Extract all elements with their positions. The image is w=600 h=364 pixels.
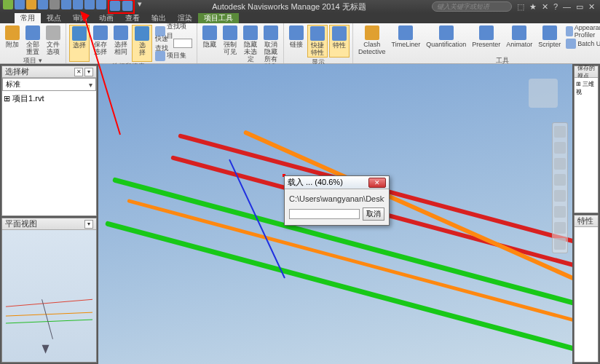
properties-button[interactable]: 特性 [329, 25, 350, 58]
qat-dropdown-icon[interactable]: ▾ [136, 0, 143, 14]
props-body[interactable] [575, 227, 598, 362]
load-dialog: 载入 ... (40.6%) ✕ C:\Users\wangyanan\Desk… [284, 175, 390, 226]
tab-viewpoint[interactable]: 视点 [41, 13, 67, 23]
plan-svg [2, 230, 96, 362]
scripter-button[interactable]: Scripter [536, 25, 563, 56]
viewcube[interactable] [529, 79, 558, 108]
ribbon-group-tools: Clash Detective TimeLiner Quantification… [353, 23, 600, 63]
plan-view-panel: 平面视图 ▾ [1, 218, 97, 363]
animator-button[interactable]: Animator [504, 25, 534, 56]
dialog-path-text: C:\Users\wangyanan\Desktop\项目1.rvt [289, 194, 384, 205]
quick-find-input[interactable]: 快速查找 [154, 37, 194, 50]
selection-tree-panel: 选择树 ✕ ▾ 标准 ⊞ 项目1.rvt [1, 66, 97, 216]
close-button[interactable]: ✕ [586, 2, 597, 12]
panel-header: 保存的视点 [575, 66, 598, 78]
tree-item[interactable]: ⊞ 项目1.rvt [4, 92, 95, 105]
qat-open-icon[interactable] [26, 0, 36, 9]
nav-camera-icon[interactable] [554, 238, 566, 250]
quick-props-button[interactable]: 快捷 特性 [307, 25, 328, 58]
sys-icon[interactable]: ✕ [540, 2, 550, 12]
panel-title: 平面视图 [5, 218, 37, 229]
nav-wheel-icon[interactable] [554, 126, 566, 138]
minimize-button[interactable]: — [561, 2, 573, 12]
panel-header: 平面视图 ▾ [2, 218, 96, 230]
nav-zoom-icon[interactable] [554, 158, 566, 170]
ribbon-group-select: 选择 保存 选择 选择 相同 选 择 查找项目 快速查找 项目集 选择和搜索 ▾ [66, 23, 197, 63]
ribbon-group-project: 附加 全部 重置 文件 选项 项目 ▾ [0, 23, 66, 63]
viewport-3d[interactable]: 载入 ... (40.6%) ✕ C:\Users\wangyanan\Desk… [98, 64, 572, 364]
panel-title: 特性 [577, 215, 593, 226]
qat-undo-icon[interactable] [73, 0, 83, 9]
select-same-button[interactable]: 选择 相同 [111, 25, 130, 62]
qat-btn2-icon[interactable] [122, 1, 133, 11]
nav-fly-icon[interactable] [554, 222, 566, 234]
select-button[interactable]: 选择 [69, 25, 90, 62]
links-button[interactable]: 链接 [287, 25, 306, 58]
properties-panel: 特性 [574, 215, 599, 363]
tab-review[interactable]: 审阅 [67, 13, 93, 23]
tab-home[interactable]: 常用 [15, 13, 41, 23]
append-button[interactable]: 附加 [3, 25, 22, 56]
qat-new-icon[interactable] [15, 0, 25, 9]
svg-line-1 [6, 313, 92, 317]
dialog-title: 载入 ... (40.6%) [288, 177, 343, 188]
ribbon-group-display: 链接 快捷 特性 特性 显示 [284, 23, 353, 63]
qat-save-icon[interactable] [38, 0, 48, 9]
qat-print-icon[interactable] [50, 0, 60, 9]
panel-pin-icon[interactable]: ✕ [74, 68, 83, 76]
ribbon-group-visibility: 隐藏 强制可见 隐藏 未选定 取消隐藏 所有对象 可见性 [197, 23, 284, 63]
qat-btn1-icon[interactable] [110, 1, 120, 11]
sys-icon[interactable]: ★ [527, 2, 539, 12]
tab-project-tools[interactable]: 项目工具 [198, 13, 239, 23]
svg-line-0 [6, 300, 92, 307]
nav-look-icon[interactable] [554, 190, 566, 202]
panel-close-icon[interactable]: ▾ [84, 68, 93, 76]
nav-bar [552, 122, 568, 253]
tree-item[interactable]: ⊞ 三维视 [576, 79, 596, 97]
qat-select-icon[interactable] [96, 0, 106, 9]
panel-close-icon[interactable]: ▾ [84, 220, 93, 229]
ribbon: 附加 全部 重置 文件 选项 项目 ▾ 选择 保存 选择 选择 相同 选 择 查… [0, 23, 600, 64]
reset-all-button[interactable]: 全部 重置 [23, 25, 42, 56]
sys-icon[interactable]: ⬚ [515, 2, 526, 12]
tree-mode-combo[interactable]: 标准 [2, 78, 96, 91]
cancel-button[interactable]: 取消 [363, 207, 384, 221]
nav-orbit-icon[interactable] [554, 174, 566, 186]
saved-viewpoints-panel: 保存的视点 ⊞ 三维视 [574, 66, 599, 213]
qat-redo-icon[interactable] [84, 0, 95, 9]
tab-animation[interactable]: 动画 [93, 13, 119, 23]
quick-access-toolbar: ▾ [0, 0, 146, 14]
app-logo-icon[interactable] [3, 0, 13, 9]
sets-button[interactable]: 项目集 [154, 50, 194, 62]
svg-line-3 [42, 300, 53, 340]
tab-view[interactable]: 查看 [119, 13, 146, 23]
title-bar: ▾ Autodesk Navisworks Manage 2014 无标题 键入… [0, 0, 600, 13]
panel-header: 选择树 ✕ ▾ [2, 66, 96, 78]
help-search-input[interactable]: 键入关键字或短语 [432, 1, 512, 12]
timeliner-button[interactable]: TimeLiner [390, 25, 423, 56]
presenter-button[interactable]: Presenter [470, 25, 502, 56]
saved-body[interactable]: ⊞ 三维视 [575, 78, 598, 213]
selection-tree-button[interactable]: 选 择 [132, 25, 152, 62]
panel-title: 选择树 [5, 66, 29, 77]
qat-refresh-icon[interactable] [61, 0, 71, 9]
appearance-profiler-button[interactable]: Appearance Profiler [564, 25, 600, 37]
dialog-close-button[interactable]: ✕ [368, 178, 386, 188]
svg-line-2 [6, 320, 92, 323]
maximize-button[interactable]: ▭ [574, 2, 585, 12]
nav-walk-icon[interactable] [554, 206, 566, 218]
window-title: Autodesk Navisworks Manage 2014 无标题 [146, 1, 432, 12]
quantification-button[interactable]: Quantification [424, 25, 468, 56]
dialog-body: C:\Users\wangyanan\Desktop\项目1.rvt 取消 [285, 189, 389, 225]
plan-view[interactable] [2, 230, 96, 362]
dialog-title-bar[interactable]: 载入 ... (40.6%) ✕ [285, 176, 389, 189]
clash-detective-button[interactable]: Clash Detective [356, 25, 388, 56]
tree-body[interactable]: ⊞ 项目1.rvt [2, 91, 96, 215]
right-column: 保存的视点 ⊞ 三维视 特性 [572, 64, 600, 364]
svg-marker-4 [42, 345, 50, 354]
batch-utility-button[interactable]: Batch Utility [564, 37, 600, 50]
file-options-button[interactable]: 文件 选项 [44, 25, 63, 56]
save-selection-button[interactable]: 保存 选择 [91, 25, 110, 62]
sys-icon[interactable]: ? [551, 2, 560, 12]
nav-pan-icon[interactable] [554, 142, 566, 154]
